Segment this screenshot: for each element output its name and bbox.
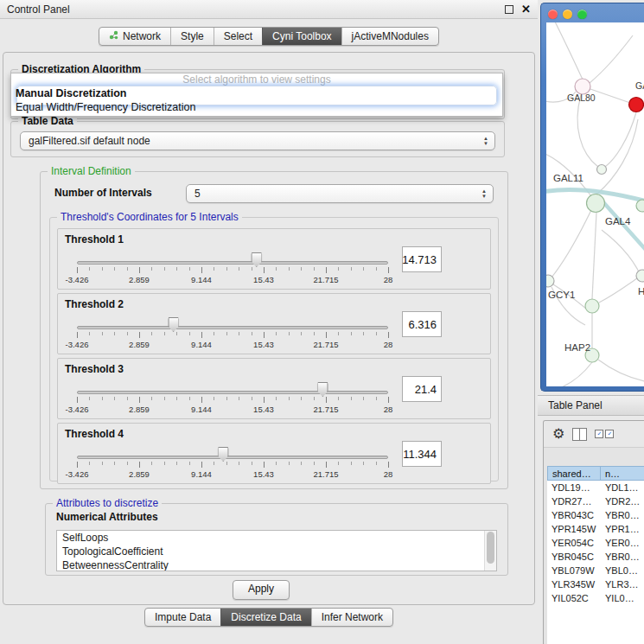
thresholds-group: Threshold's Coordinates for 5 Intervals … xyxy=(49,217,499,481)
table-panel-header[interactable]: Table Panel xyxy=(538,395,644,416)
tab-style[interactable]: Style xyxy=(170,28,214,45)
node-right-partial[interactable] xyxy=(636,200,644,212)
tick xyxy=(326,267,327,273)
close-traffic-icon[interactable] xyxy=(548,10,558,19)
table-row[interactable]: YBL079W YBL0… xyxy=(547,564,644,577)
tick xyxy=(176,397,177,400)
tick xyxy=(376,332,377,335)
apply-button[interactable]: Apply xyxy=(233,580,290,600)
threshold-value-field[interactable]: 6.316 xyxy=(402,311,442,337)
tick xyxy=(326,462,327,468)
tab-infer-network[interactable]: Infer Network xyxy=(311,609,392,626)
dropdown-option-manual-discretization[interactable]: Manual Discretization xyxy=(11,86,502,100)
cell-shared-name: YBR043C xyxy=(547,510,601,520)
node-mid[interactable] xyxy=(585,299,599,313)
tab-network[interactable]: Network xyxy=(99,28,170,45)
node-label-ga: GA xyxy=(635,80,644,91)
tick xyxy=(127,332,128,335)
dropdown-option-equal-width-frequency-discretization[interactable]: Equal Width/Frequency Discretization xyxy=(11,100,502,114)
tab-select[interactable]: Select xyxy=(214,28,262,45)
threshold-value-field[interactable]: 21.4 xyxy=(402,376,442,402)
threshold-slider[interactable]: -3.4262.8599.14415.4321.71528 xyxy=(77,316,388,349)
table-row[interactable]: YIL052C YIL0… xyxy=(547,591,644,605)
float-window-icon[interactable] xyxy=(505,5,513,14)
node-right-upper[interactable] xyxy=(636,270,644,282)
tick xyxy=(114,332,115,335)
checkbox-icon[interactable]: ✓ xyxy=(595,430,603,438)
table-data-combo[interactable]: galFiltered.sif default node ▲▼ xyxy=(20,131,495,150)
tab-cyni-toolbox[interactable]: Cyni Toolbox xyxy=(262,28,341,45)
threshold-value-field[interactable]: 14.713 xyxy=(402,246,442,272)
columns-icon[interactable] xyxy=(572,428,587,441)
slider-thumb[interactable] xyxy=(168,317,179,332)
column-header-name[interactable]: n… xyxy=(601,466,644,481)
attributes-scrollbar[interactable] xyxy=(484,531,496,571)
tick xyxy=(114,462,115,465)
table-row[interactable]: YBR045C YBR0… xyxy=(547,550,644,564)
tick xyxy=(289,267,290,271)
table-body[interactable]: YDL19… YDL1…YDR27… YDR2…YBR043C YBR0…YPR… xyxy=(547,481,644,644)
cell-name: YBR0… xyxy=(601,510,644,520)
table-data-group-title: Table Data xyxy=(18,115,77,127)
network-canvas[interactable]: GAL80 GA GAL11 GAL4 GCY1 H HAP2 xyxy=(546,22,644,386)
node-red[interactable] xyxy=(629,98,644,112)
node-gcy1[interactable] xyxy=(546,275,554,287)
threshold-label: Threshold 1 xyxy=(65,233,124,245)
slider-thumb[interactable] xyxy=(251,252,262,267)
threshold-slider[interactable]: -3.4262.8599.14415.4321.71528 xyxy=(77,252,388,284)
table-row[interactable]: YBR043C YBR0… xyxy=(547,508,644,522)
tab-impute-data[interactable]: Impute Data xyxy=(145,609,220,626)
tick xyxy=(139,397,140,403)
table-row[interactable]: YER054C YER0… xyxy=(547,536,644,550)
list-item-selfloops[interactable]: SelfLoops xyxy=(57,531,496,545)
table-row[interactable]: YDR27… YDR2… xyxy=(547,494,644,508)
scale-label: 9.144 xyxy=(191,275,212,284)
stepper-icon: ▲▼ xyxy=(483,137,488,146)
tab-label: jActiveMNodules xyxy=(352,30,429,42)
tick xyxy=(226,267,227,271)
tick xyxy=(301,332,302,335)
list-item-betweennesscentrality[interactable]: BetweennessCentrality xyxy=(57,558,496,571)
threshold-label: Threshold 2 xyxy=(65,298,124,310)
table-row[interactable]: YDL19… YDL1… xyxy=(547,481,644,494)
scale-label: 15.43 xyxy=(253,275,274,284)
threshold-slider[interactable]: -3.4262.8599.14415.4321.71528 xyxy=(77,446,388,479)
close-icon[interactable]: ✕ xyxy=(521,5,531,14)
tick xyxy=(189,267,190,271)
list-item-topologicalcoefficient[interactable]: TopologicalCoefficient xyxy=(57,545,496,558)
gear-icon[interactable]: ⚙ xyxy=(552,427,564,441)
zoom-traffic-icon[interactable] xyxy=(577,10,587,19)
threshold-label: Threshold 3 xyxy=(65,363,124,375)
top-tab-bar: NetworkStyleSelectCyni ToolboxjActiveMNo… xyxy=(0,27,538,46)
tab-discretize-data[interactable]: Discretize Data xyxy=(220,609,310,626)
threshold-slider[interactable]: -3.4262.8599.14415.4321.71528 xyxy=(77,381,388,414)
tick xyxy=(264,332,265,338)
number-of-intervals-combo[interactable]: 5 ▲▼ xyxy=(186,184,494,203)
tick xyxy=(164,267,165,271)
scrollbar-thumb[interactable] xyxy=(487,532,494,564)
minimize-traffic-icon[interactable] xyxy=(563,10,572,19)
table-panel-window: ⚙ ✓ ✓ shared… n… YDL19… YDL1…YDR27… YDR2… xyxy=(543,420,644,644)
select-columns-icons[interactable]: ✓ ✓ xyxy=(595,430,614,438)
slider-thumb[interactable] xyxy=(317,382,328,397)
numerical-attributes-list[interactable]: SelfLoopsTopologicalCoefficientBetweenne… xyxy=(56,530,497,571)
cell-name: YIL0… xyxy=(601,593,644,603)
tick xyxy=(314,332,315,335)
tab-label: Infer Network xyxy=(322,611,383,623)
column-header-shared[interactable]: shared… xyxy=(547,466,601,481)
node-gal11[interactable] xyxy=(597,165,607,175)
node-gal4[interactable] xyxy=(587,194,605,213)
tick xyxy=(252,332,252,335)
cell-shared-name: YDL19… xyxy=(547,482,601,493)
table-row[interactable]: YLR345W YLR3… xyxy=(547,577,644,591)
threshold-value-field[interactable]: 11.344 xyxy=(402,441,442,467)
tick xyxy=(114,267,115,271)
tick xyxy=(102,267,103,271)
tab-jactivemnodules[interactable]: jActiveMNodules xyxy=(341,28,438,45)
cell-shared-name: YBL079W xyxy=(547,565,601,576)
checkbox-icon[interactable]: ✓ xyxy=(605,430,614,438)
network-view-window[interactable]: GAL80 GA GAL11 GAL4 GCY1 H HAP2 xyxy=(540,3,644,392)
slider-thumb[interactable] xyxy=(218,447,229,462)
cell-name: YDL1… xyxy=(601,482,644,493)
table-row[interactable]: YPR145W YPR1… xyxy=(547,522,644,536)
